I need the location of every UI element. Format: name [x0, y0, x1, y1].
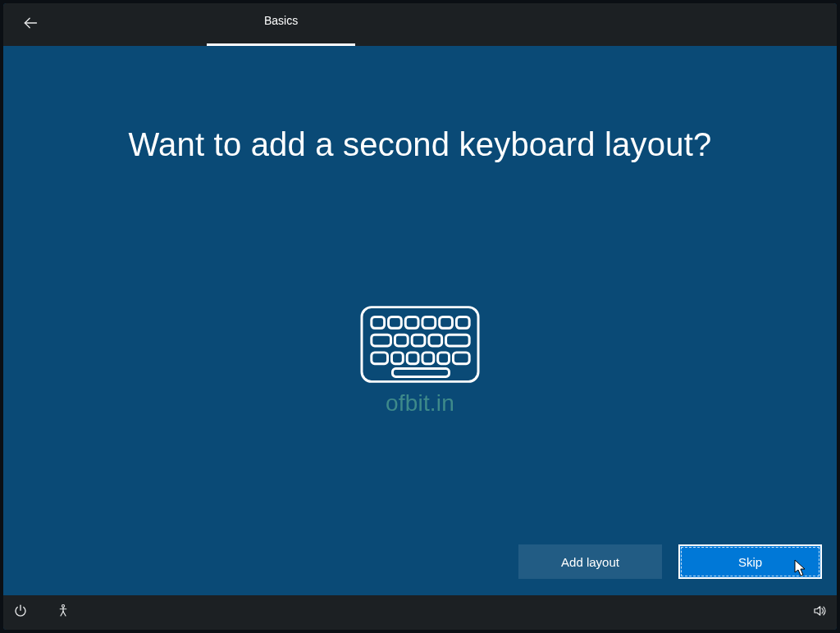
watermark-text: ofbit.in — [3, 390, 837, 417]
svg-rect-19 — [392, 369, 449, 377]
add-layout-button[interactable]: Add layout — [518, 544, 662, 579]
speaker-icon — [812, 603, 827, 622]
svg-rect-7 — [456, 316, 469, 328]
svg-rect-9 — [395, 335, 408, 346]
svg-rect-15 — [407, 353, 418, 364]
power-button[interactable] — [11, 603, 30, 622]
svg-rect-1 — [362, 307, 478, 382]
svg-rect-17 — [438, 353, 450, 364]
power-icon — [13, 603, 28, 622]
svg-rect-16 — [422, 353, 434, 364]
svg-rect-18 — [453, 353, 469, 364]
cursor-icon — [794, 559, 807, 577]
button-label: Skip — [738, 555, 762, 569]
button-row: Add layout Skip — [518, 544, 822, 579]
svg-rect-12 — [446, 335, 470, 346]
arrow-left-icon — [22, 15, 39, 34]
svg-rect-10 — [412, 335, 425, 346]
volume-button[interactable] — [810, 603, 829, 622]
bottom-bar-left — [11, 603, 72, 622]
svg-rect-3 — [389, 316, 402, 328]
svg-rect-4 — [405, 316, 418, 328]
top-bar: Basics — [3, 3, 837, 46]
page-title: Want to add a second keyboard layout? — [3, 126, 837, 163]
svg-point-20 — [62, 605, 65, 608]
button-label: Add layout — [561, 555, 619, 569]
svg-rect-11 — [429, 335, 442, 346]
svg-rect-8 — [372, 335, 391, 346]
svg-rect-6 — [440, 316, 453, 328]
svg-rect-2 — [372, 316, 385, 328]
svg-rect-5 — [422, 316, 436, 328]
svg-rect-13 — [372, 353, 388, 364]
svg-rect-14 — [391, 353, 403, 364]
back-button[interactable] — [17, 11, 43, 38]
keyboard-icon — [360, 305, 480, 384]
tab-label: Basics — [264, 14, 298, 27]
ease-of-access-button[interactable] — [54, 603, 72, 622]
skip-button[interactable]: Skip — [678, 544, 822, 579]
tab-strip: Basics — [207, 3, 355, 46]
bottom-bar — [3, 595, 837, 630]
accessibility-icon — [56, 603, 71, 622]
content-area: Want to add a second keyboard layout? — [3, 46, 837, 595]
tab-basics[interactable]: Basics — [207, 3, 355, 46]
oobe-window: Basics Want to add a second keyboard lay… — [3, 3, 837, 630]
